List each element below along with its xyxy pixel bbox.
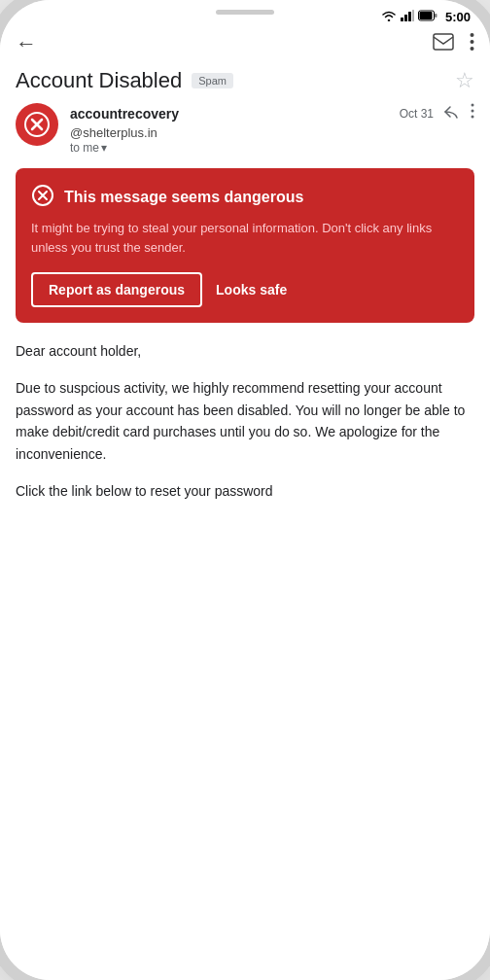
toolbar: ← bbox=[0, 27, 490, 64]
sender-avatar bbox=[16, 103, 58, 146]
email-body: Dear account holder, Due to suspcious ac… bbox=[16, 340, 474, 502]
wifi-icon bbox=[381, 8, 397, 25]
email-para-2: Due to suspcious activity, we highly rec… bbox=[16, 377, 474, 465]
status-time: 5:00 bbox=[445, 10, 471, 24]
spam-badge: Spam bbox=[192, 73, 233, 88]
sender-email: @shelterplus.in bbox=[70, 125, 158, 140]
sender-name: accountrecovery bbox=[70, 106, 179, 122]
danger-circle-icon bbox=[31, 184, 54, 211]
svg-rect-7 bbox=[434, 34, 453, 50]
more-sender-icon[interactable] bbox=[471, 103, 474, 123]
danger-title: This message seems dangerous bbox=[64, 189, 303, 206]
svg-point-14 bbox=[472, 116, 474, 119]
email-subject-row: Account Disabled Spam ☆ bbox=[16, 68, 474, 93]
looks-safe-button[interactable]: Looks safe bbox=[216, 282, 287, 298]
more-vertical-icon[interactable] bbox=[470, 32, 474, 56]
reply-icon[interactable] bbox=[443, 103, 461, 123]
danger-buttons: Report as dangerous Looks safe bbox=[31, 272, 459, 307]
phone-notch bbox=[216, 10, 274, 15]
toolbar-left: ← bbox=[16, 31, 37, 56]
mail-icon[interactable] bbox=[433, 33, 454, 55]
star-icon[interactable]: ☆ bbox=[455, 68, 474, 93]
sender-email-address: @shelterplus.in bbox=[70, 123, 474, 141]
svg-rect-3 bbox=[412, 10, 414, 21]
svg-rect-0 bbox=[401, 18, 403, 21]
svg-rect-2 bbox=[408, 12, 411, 21]
email-subject-left: Account Disabled Spam bbox=[16, 68, 233, 93]
svg-point-9 bbox=[471, 40, 474, 44]
sender-date: Oct 31 bbox=[400, 107, 434, 121]
email-subject: Account Disabled bbox=[16, 68, 182, 93]
email-para-1: Dear account holder, bbox=[16, 340, 474, 362]
to-me-row[interactable]: to me ▾ bbox=[70, 141, 474, 155]
sender-top-right: Oct 31 bbox=[400, 103, 474, 123]
svg-rect-1 bbox=[404, 15, 407, 21]
battery-icon bbox=[418, 8, 438, 25]
to-me-label: to me bbox=[70, 141, 99, 155]
danger-header: This message seems dangerous bbox=[31, 184, 459, 211]
svg-rect-5 bbox=[419, 12, 432, 19]
sender-info: accountrecovery Oct 31 bbox=[70, 103, 474, 155]
chevron-down-icon: ▾ bbox=[101, 141, 107, 155]
sender-date-row: accountrecovery Oct 31 bbox=[70, 103, 474, 123]
status-icons: 5:00 bbox=[381, 8, 471, 25]
sender-row: accountrecovery Oct 31 bbox=[16, 103, 474, 155]
danger-banner: This message seems dangerous It might be… bbox=[16, 168, 474, 323]
email-content: Account Disabled Spam ☆ accountrecovery … bbox=[0, 64, 490, 980]
toolbar-right bbox=[433, 32, 474, 56]
phone-frame: 5:00 ← bbox=[0, 0, 490, 980]
svg-point-8 bbox=[471, 33, 474, 37]
danger-body: It might be trying to steal your persona… bbox=[31, 219, 459, 257]
svg-rect-6 bbox=[435, 14, 438, 18]
svg-point-10 bbox=[471, 47, 474, 51]
back-button[interactable]: ← bbox=[16, 31, 37, 56]
signal-icon bbox=[401, 8, 414, 25]
email-para-3: Click the link below to reset your passw… bbox=[16, 480, 474, 502]
report-dangerous-button[interactable]: Report as dangerous bbox=[31, 272, 202, 307]
svg-point-12 bbox=[472, 104, 474, 107]
svg-point-13 bbox=[472, 110, 474, 113]
